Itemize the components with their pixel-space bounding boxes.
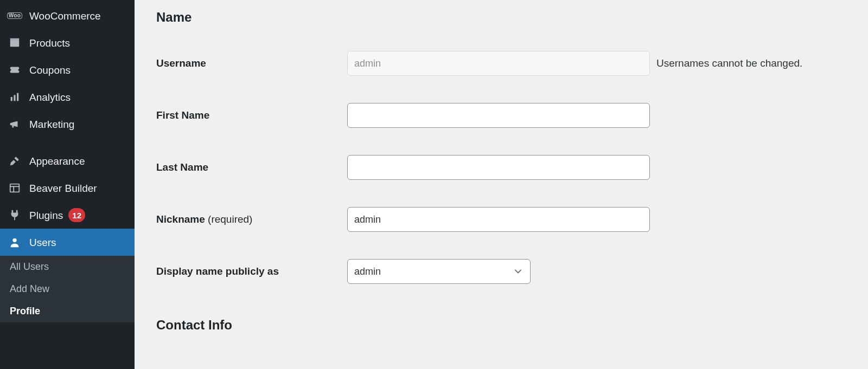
appearance-icon <box>8 154 22 168</box>
section-heading-contact-info: Contact Info <box>156 318 846 333</box>
users-submenu: All Users Add New Profile <box>0 256 135 322</box>
sidebar-item-coupons[interactable]: Coupons <box>0 56 135 83</box>
display-name-select[interactable]: admin <box>347 259 531 284</box>
label-first-name: First Name <box>156 109 347 121</box>
label-nickname-required: (required) <box>208 213 252 225</box>
sidebar-item-marketing[interactable]: Marketing <box>0 111 135 138</box>
svg-rect-3 <box>14 95 15 101</box>
sidebar-item-plugins[interactable]: Plugins 12 <box>0 202 135 229</box>
sidebar-item-label: Marketing <box>29 119 74 130</box>
sidebar-item-label: Coupons <box>29 65 71 75</box>
svg-rect-0 <box>10 40 20 47</box>
sidebar-item-label: Analytics <box>29 92 71 102</box>
last-name-input[interactable] <box>347 155 650 180</box>
label-nickname-text: Nickname <box>156 213 205 225</box>
svg-rect-5 <box>10 184 20 192</box>
sidebar-item-label: Users <box>29 237 56 248</box>
nickname-input[interactable] <box>347 207 650 232</box>
row-nickname: Nickname (required) <box>156 207 846 232</box>
submenu-item-add-new[interactable]: Add New <box>0 278 135 300</box>
chevron-down-icon <box>513 266 524 277</box>
svg-rect-2 <box>11 97 12 101</box>
products-icon <box>8 36 22 50</box>
label-display-name: Display name publicly as <box>156 266 347 277</box>
users-icon <box>8 235 22 249</box>
section-heading-name: Name <box>156 10 846 25</box>
label-last-name: Last Name <box>156 161 347 173</box>
sidebar-item-users[interactable]: Users <box>0 229 135 256</box>
coupons-icon <box>8 63 22 77</box>
sidebar-item-label: Beaver Builder <box>29 183 97 193</box>
sidebar-item-analytics[interactable]: Analytics <box>0 83 135 111</box>
profile-form: Name Username Usernames cannot be change… <box>135 0 868 369</box>
sidebar-item-products[interactable]: Products <box>0 29 135 56</box>
row-display-name: Display name publicly as admin <box>156 259 846 284</box>
sidebar-item-label: Appearance <box>29 156 85 166</box>
sidebar-item-label: Products <box>29 38 70 48</box>
svg-rect-4 <box>17 93 18 101</box>
sidebar-item-appearance[interactable]: Appearance <box>0 147 135 174</box>
row-first-name: First Name <box>156 103 846 128</box>
sidebar-item-woocommerce[interactable]: Woo WooCommerce <box>0 2 135 29</box>
woocommerce-icon: Woo <box>8 9 22 23</box>
username-hint: Usernames cannot be changed. <box>656 57 802 69</box>
row-last-name: Last Name <box>156 155 846 180</box>
admin-sidebar: Woo WooCommerce Products Coupons Analyti… <box>0 0 135 369</box>
sidebar-item-label: WooCommerce <box>29 11 101 21</box>
submenu-item-profile[interactable]: Profile <box>0 300 135 322</box>
plugins-update-badge: 12 <box>68 208 85 222</box>
row-username: Username Usernames cannot be changed. <box>156 51 846 76</box>
sidebar-item-beaver-builder[interactable]: Beaver Builder <box>0 174 135 202</box>
username-input <box>347 51 650 76</box>
label-username: Username <box>156 57 347 69</box>
sidebar-item-label: Plugins <box>29 210 63 221</box>
marketing-icon <box>8 117 22 131</box>
analytics-icon <box>8 90 22 104</box>
svg-rect-1 <box>10 38 20 40</box>
plugins-icon <box>8 208 22 222</box>
submenu-item-all-users[interactable]: All Users <box>0 256 135 278</box>
svg-point-8 <box>12 238 16 242</box>
first-name-input[interactable] <box>347 103 650 128</box>
label-nickname: Nickname (required) <box>156 213 347 225</box>
beaver-builder-icon <box>8 181 22 195</box>
display-name-selected: admin <box>354 266 381 277</box>
